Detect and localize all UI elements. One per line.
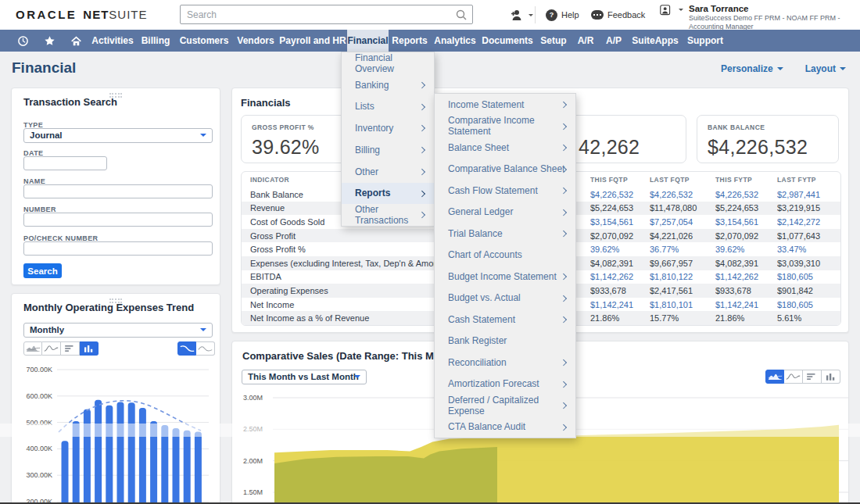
menu-item-budget-vs-actual[interactable]: Budget vs. Actual [435,288,575,309]
value-link[interactable]: $180,605 [777,272,840,281]
nav-tab-setup[interactable]: Setup [536,30,572,52]
quick-add-button[interactable] [510,0,533,30]
menu-item-budget-income-statement[interactable]: Budget Income Statement [435,266,575,288]
value-link[interactable]: $180,605 [777,300,840,309]
period-select[interactable]: Monthly [23,323,213,338]
nav-tab-support[interactable]: Support [683,30,728,52]
bar[interactable] [84,409,91,504]
menu-item-comparative-income-statement[interactable]: Comparative Income Statement [435,116,575,138]
value-link[interactable]: $1,810,101 [650,300,715,309]
menu-item-general-ledger[interactable]: General Ledger [435,202,575,223]
user-menu[interactable]: Sara Torrance SuiteSuccess Demo FF PRM -… [660,3,860,31]
chart-type-vbar-button[interactable] [80,341,99,356]
type-select[interactable]: Journal [23,128,213,143]
nav-tab-payroll-and-hr[interactable]: Payroll and HR [278,30,347,52]
menu-item-trial-balance[interactable]: Trial Balance [435,223,575,245]
menu-item-reports[interactable]: Reports [342,183,434,205]
layout-button[interactable]: Layout [805,63,846,74]
global-search[interactable] [180,5,473,24]
bar[interactable] [128,402,135,504]
nav-tab-customers[interactable]: Customers [175,30,233,52]
number-input[interactable] [23,213,213,227]
global-search-input[interactable] [187,6,453,23]
bar[interactable] [195,431,202,504]
menu-item-reconciliation[interactable]: Reconciliation [435,352,575,374]
bar[interactable] [95,400,102,504]
value-link[interactable]: $3,154,561 [715,217,777,227]
chart-type-hbar-button[interactable] [803,370,822,384]
po-check-number-input[interactable] [23,241,213,256]
value-link[interactable]: $4,226,532 [650,190,715,199]
search-button[interactable]: Search [23,263,62,278]
value-link[interactable]: $2,142,272 [777,217,840,227]
chart-type-line-button[interactable] [784,370,803,384]
value-link[interactable]: $1,142,241 [715,300,777,309]
chart-type-hbar-button[interactable] [61,341,80,356]
personalize-button[interactable]: Personalize [721,63,783,74]
menu-item-inventory[interactable]: Inventory [342,117,434,139]
bar[interactable] [161,425,168,504]
nav-tab-vendors[interactable]: Vendors [233,30,278,52]
menu-item-amortization-forecast[interactable]: Amortization Forecast [435,374,575,395]
bar[interactable] [184,431,191,504]
menu-item-balance-sheet[interactable]: Balance Sheet [435,137,575,159]
value-link[interactable]: 33.47% [777,245,840,254]
menu-item-cta-balance-audit[interactable]: CTA Balance Audit [435,416,575,438]
nav-tab-a-r[interactable]: A/R [572,30,600,52]
bar[interactable] [62,441,69,504]
menu-item-deferred-capitalized-expense[interactable]: Deferred / Capitalized Expense [435,395,575,416]
value-link[interactable]: 39.62% [715,245,777,254]
chart-type-area-button[interactable] [765,370,784,384]
value-link[interactable]: $7,257,054 [650,217,715,227]
bar[interactable] [150,421,157,504]
bar[interactable] [139,408,146,504]
nav-shortcuts-icon[interactable] [36,30,63,52]
date-input[interactable] [23,156,107,170]
chart-type-vbar-button[interactable] [822,370,840,384]
bar[interactable] [173,428,180,504]
nav-tab-documents[interactable]: Documents [479,30,536,52]
value-link[interactable]: $1,810,122 [650,272,715,281]
menu-item-banking[interactable]: Banking [342,74,434,96]
menu-item-other-transactions[interactable]: Other Transactions [342,204,434,226]
bar[interactable] [73,421,80,504]
name-input[interactable] [23,184,213,198]
bar[interactable] [106,406,113,504]
bar[interactable] [117,402,124,504]
chart-type-area-button[interactable] [23,341,42,356]
value-link[interactable]: 39.62% [590,245,650,254]
value-link[interactable]: $3,154,561 [590,217,650,227]
menu-item-billing[interactable]: Billing [342,139,434,161]
menu-item-cash-statement[interactable]: Cash Statement [435,309,575,331]
trendline-off-button[interactable] [196,341,215,356]
value-link[interactable]: $1,142,262 [590,272,650,281]
nav-tab-reports[interactable]: Reports [389,30,431,52]
nav-tab-billing[interactable]: Billing [136,30,175,52]
menu-item-income-statement[interactable]: Income Statement [435,94,575,116]
date-range-select[interactable]: This Month vs Last Month [242,370,367,384]
feedback-button[interactable]: Feedback [591,0,645,30]
value-link[interactable]: $4,226,532 [590,190,650,199]
nav-tab-suiteapps[interactable]: SuiteApps [628,30,683,52]
trendline-on-button[interactable] [177,341,196,356]
value-link[interactable]: 36.77% [650,245,715,254]
value-link[interactable]: $4,226,532 [715,190,777,199]
menu-item-financial-overview[interactable]: Financial Overview [342,52,434,74]
chart-type-line-button[interactable] [42,341,61,356]
menu-item-bank-register[interactable]: Bank Register [435,331,575,352]
nav-recent-icon[interactable] [9,30,36,52]
value-link[interactable]: $1,142,262 [715,272,777,281]
menu-item-lists[interactable]: Lists [342,96,434,118]
nav-tab-analytics[interactable]: Analytics [431,30,479,52]
nav-tab-a-p[interactable]: A/P [600,30,628,52]
menu-item-comparative-balance-sheet[interactable]: Comparative Balance Sheet [435,159,575,181]
nav-tab-financial[interactable]: Financial [347,30,389,52]
nav-tab-activities[interactable]: Activities [89,30,136,52]
menu-item-cash-flow-statement[interactable]: Cash Flow Statement [435,180,575,202]
menu-item-chart-of-accounts[interactable]: Chart of Accounts [435,245,575,266]
value-link[interactable]: $2,987,441 [777,190,840,199]
nav-home-icon[interactable] [63,30,89,52]
value-link[interactable]: $1,142,241 [590,300,650,309]
search-icon[interactable] [455,9,468,21]
help-button[interactable]: ? Help [546,0,579,30]
